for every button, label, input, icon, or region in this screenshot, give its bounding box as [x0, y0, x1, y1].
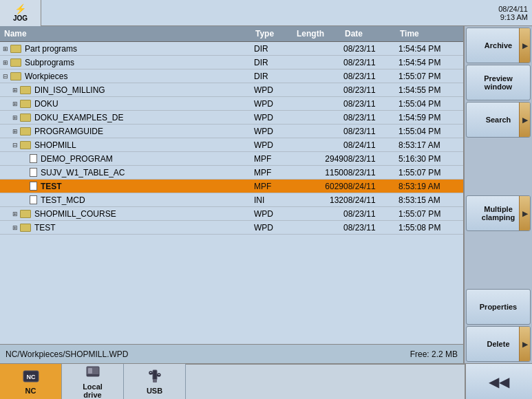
- bottom-btn-label-nc: NC: [25, 387, 36, 395]
- table-row[interactable]: SUJV_W1_TABLE_ACMPF115008/23/111:55:07 P…: [0, 166, 463, 180]
- row-type: WPD: [254, 99, 295, 109]
- row-date: 08/23/11: [343, 127, 398, 136]
- file-icon: [30, 195, 37, 204]
- row-type: WPD: [254, 127, 295, 136]
- sidebar-btn-properties[interactable]: Properties: [466, 289, 531, 325]
- row-date: 08/23/11: [343, 168, 398, 177]
- expand-icon: ⊞: [3, 45, 8, 52]
- row-date: 08/23/11: [343, 72, 398, 81]
- sidebar-spacer: [466, 233, 531, 288]
- row-length: 132: [295, 195, 343, 205]
- sidebar-btn-label-properties: Properties: [469, 303, 527, 311]
- row-length: 2949: [295, 154, 343, 164]
- status-free: Free: 2.2 MB: [410, 349, 458, 359]
- bottom-btn-label-usb: USB: [147, 387, 162, 395]
- folder-icon: [20, 210, 31, 218]
- sidebar-spacer: [466, 139, 531, 194]
- nc-icon: NC: [22, 369, 40, 383]
- jog-button[interactable]: ⚡ JOG: [0, 0, 41, 26]
- table-row[interactable]: TEST_MCDINI13208/24/118:53:15 AM: [0, 193, 463, 207]
- row-time: 1:55:07 PM: [398, 72, 460, 81]
- row-type: WPD: [254, 223, 295, 233]
- sidebar-btn-delete[interactable]: Delete▶: [466, 326, 531, 362]
- top-bar: ⚡ JOG 08/24/11 9:13 AM: [0, 0, 532, 26]
- sidebar-btn-label-preview-window: Preview window: [469, 74, 527, 91]
- status-path: NC/Workpieces/SHOPMILL.WPD: [6, 349, 128, 359]
- row-type: MPF: [254, 168, 295, 177]
- row-date: 08/24/11: [343, 195, 398, 205]
- file-list[interactable]: ⊞Part programsDIR08/23/111:54:54 PM⊞Subp…: [0, 42, 463, 344]
- row-time: 1:54:54 PM: [398, 58, 460, 67]
- bottom-btn-icon-nc: NC: [21, 369, 41, 384]
- row-type: DIR: [254, 72, 295, 81]
- table-row[interactable]: ⊞SubprogramsDIR08/23/111:54:54 PM: [0, 56, 463, 69]
- row-name: TEST: [34, 223, 56, 233]
- svg-rect-4: [88, 368, 92, 374]
- row-time: 8:53:19 AM: [398, 182, 460, 191]
- folder-icon: [20, 127, 31, 136]
- table-row[interactable]: DEMO_PROGRAMMPF294908/23/115:16:30 PM: [0, 152, 463, 166]
- table-row[interactable]: ⊞DOKU_EXAMPLES_DEWPD08/23/111:54:59 PM: [0, 111, 463, 125]
- col-date: Date: [343, 28, 398, 39]
- expand-icon: ⊟: [3, 73, 8, 80]
- table-row[interactable]: ⊞DIN_ISO_MILLINGWPD08/23/111:54:55 PM: [0, 83, 463, 97]
- table-row[interactable]: ⊞DOKUWPD08/23/111:55:04 PM: [0, 97, 463, 111]
- folder-icon: [20, 100, 31, 108]
- table-row[interactable]: ⊞Part programsDIR08/23/111:54:54 PM: [0, 42, 463, 56]
- row-time: 1:54:54 PM: [398, 44, 460, 54]
- svg-rect-6: [153, 379, 157, 382]
- local-drive-icon: [84, 365, 102, 379]
- col-type: Type: [254, 28, 295, 39]
- row-time: 1:54:55 PM: [398, 85, 460, 95]
- sidebar-btn-archive[interactable]: Archive▶: [466, 28, 531, 63]
- expand-icon: ⊞: [12, 128, 18, 135]
- bottom-btn-nc[interactable]: NC NC: [0, 364, 62, 399]
- file-icon: [30, 168, 37, 177]
- row-time: 1:55:04 PM: [398, 127, 460, 136]
- row-time: 1:55:07 PM: [398, 168, 460, 177]
- row-date: 08/24/11: [343, 182, 398, 191]
- table-row[interactable]: ⊞TESTWPD08/23/111:55:08 PM: [0, 221, 463, 235]
- row-name: DEMO_PROGRAM: [41, 154, 113, 164]
- folder-icon: [10, 45, 21, 53]
- bottom-btn-icon-local-drive: [83, 365, 103, 380]
- expand-icon: ⊞: [12, 224, 18, 231]
- bottom-bar: NC NC Local drive USB ◀◀: [0, 363, 532, 399]
- row-name: SHOPMILL: [34, 140, 76, 150]
- row-name: PROGRAMGUIDE: [34, 127, 103, 136]
- back-button[interactable]: ◀◀: [465, 364, 532, 399]
- folder-icon: [10, 72, 21, 80]
- row-time: 5:16:30 PM: [398, 154, 460, 164]
- row-name: DIN_ISO_MILLING: [34, 85, 105, 95]
- expand-icon: ⊞: [12, 114, 18, 121]
- expand-icon: ⊞: [12, 211, 18, 217]
- table-row[interactable]: ⊞PROGRAMGUIDEWPD08/23/111:55:04 PM: [0, 125, 463, 138]
- row-name: DOKU_EXAMPLES_DE: [34, 113, 123, 122]
- table-row[interactable]: ⊞SHOPMILL_COURSEWPD08/23/111:55:07 PM: [0, 207, 463, 221]
- row-date: 08/23/11: [343, 99, 398, 109]
- row-name: DOKU: [34, 99, 58, 109]
- row-date: 08/23/11: [343, 85, 398, 95]
- sidebar-btn-preview-window[interactable]: Preview window: [466, 65, 531, 100]
- expand-icon: ⊞: [12, 100, 18, 107]
- table-row[interactable]: ⊟WorkpiecesDIR08/23/111:55:07 PM: [0, 69, 463, 83]
- sidebar-btn-multiple-clamping[interactable]: Multiple clamping▶: [466, 195, 531, 231]
- usb-icon: [146, 369, 164, 383]
- svg-text:NC: NC: [26, 374, 35, 380]
- table-row[interactable]: TESTMPF602908/24/118:53:19 AM: [0, 180, 463, 193]
- row-type: MPF: [254, 182, 295, 191]
- row-name: Part programs: [25, 44, 77, 54]
- table-header: Name Type Length Date Time: [0, 26, 463, 42]
- row-time: 1:55:07 PM: [398, 209, 460, 219]
- bottom-btn-local-drive[interactable]: Local drive: [62, 364, 124, 399]
- table-row[interactable]: ⊟SHOPMILLWPD08/24/118:53:17 AM: [0, 138, 463, 152]
- bottom-btn-icon-usb: [145, 369, 164, 384]
- svg-rect-3: [87, 374, 99, 376]
- sidebar-btn-search[interactable]: Search▶: [466, 102, 531, 138]
- row-time: 1:54:59 PM: [398, 113, 460, 122]
- file-area: Name Type Length Date Time ⊞Part program…: [0, 26, 465, 363]
- row-time: 8:53:15 AM: [398, 195, 460, 205]
- right-sidebar: Archive▶Preview windowSearch▶Multiple cl…: [465, 26, 532, 363]
- row-date: 08/23/11: [343, 113, 398, 122]
- bottom-btn-usb[interactable]: USB: [124, 364, 186, 399]
